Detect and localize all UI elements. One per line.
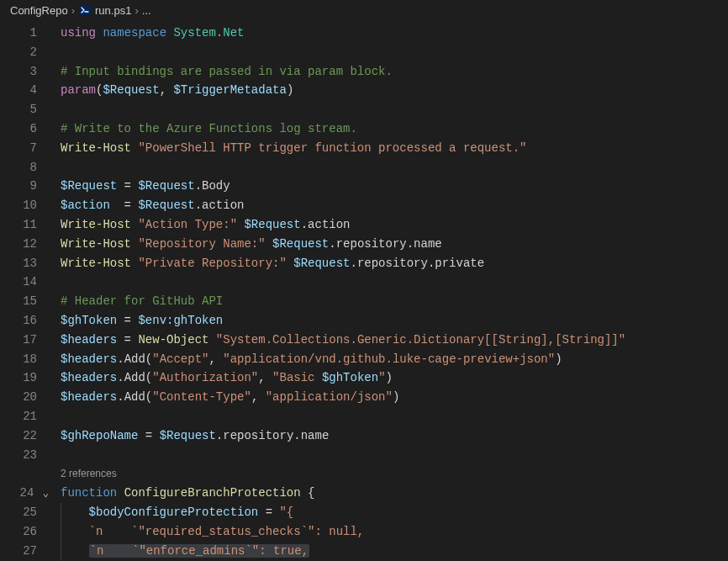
code-line[interactable]: `n `"required_status_checks`": null,: [61, 522, 728, 542]
line-number[interactable]: 8: [0, 158, 52, 177]
code-line[interactable]: function ConfigureBranchProtection {: [61, 484, 728, 503]
code-line[interactable]: $ghToken = $env:ghToken: [61, 311, 728, 331]
code-line[interactable]: `n `"enforce_admins`": true,: [61, 542, 728, 561]
line-number[interactable]: 25: [0, 503, 52, 522]
code-line[interactable]: $bodyConfigureProtection = "{: [61, 503, 728, 522]
line-number[interactable]: 11: [0, 215, 52, 235]
code-line[interactable]: [61, 43, 728, 62]
line-number[interactable]: 10: [0, 196, 52, 215]
chevron-right-icon: ›: [135, 4, 138, 17]
chevron-down-icon[interactable]: ⌄: [41, 488, 49, 500]
line-number[interactable]: 15: [0, 292, 52, 311]
code-line[interactable]: $headers.Add("Authorization", "Basic $gh…: [61, 368, 728, 388]
code-line[interactable]: param($Request, $TriggerMetadata): [61, 81, 728, 100]
line-number[interactable]: 19: [0, 368, 52, 388]
line-number[interactable]: 13: [0, 254, 52, 273]
code-editor[interactable]: 123456789101112131415161718192021222324 …: [0, 20, 728, 561]
line-number[interactable]: 16: [0, 311, 52, 331]
breadcrumb-more[interactable]: ...: [142, 4, 151, 17]
line-number[interactable]: 27: [0, 542, 52, 561]
line-number[interactable]: 4: [0, 81, 52, 100]
code-line[interactable]: [61, 158, 728, 177]
breadcrumb-root[interactable]: ConfigRepo: [10, 4, 68, 17]
line-number[interactable]: 21: [0, 407, 52, 426]
code-line[interactable]: # Write to the Azure Functions log strea…: [61, 119, 728, 139]
line-number[interactable]: 24 ⌄: [0, 484, 52, 503]
code-line[interactable]: using namespace System.Net: [61, 24, 728, 43]
breadcrumb-file[interactable]: run.ps1: [95, 4, 131, 17]
line-number[interactable]: 14: [0, 273, 52, 292]
code-line[interactable]: [61, 100, 728, 119]
codelens-references[interactable]: 2 references: [61, 464, 728, 484]
code-line[interactable]: # Input bindings are passed in via param…: [61, 62, 728, 82]
line-number[interactable]: 5: [0, 100, 52, 119]
code-line[interactable]: $ghRepoName = $Request.repository.name: [61, 426, 728, 446]
line-number[interactable]: 6: [0, 119, 52, 139]
line-number[interactable]: 23: [0, 446, 52, 465]
line-number[interactable]: 22: [0, 426, 52, 446]
code-line[interactable]: [61, 407, 728, 426]
line-number[interactable]: 1: [0, 24, 52, 43]
line-number-gutter[interactable]: 123456789101112131415161718192021222324 …: [0, 20, 52, 561]
breadcrumb[interactable]: ConfigRepo › run.ps1 › ...: [0, 0, 728, 20]
powershell-icon: [78, 3, 92, 17]
chevron-right-icon: ›: [71, 4, 75, 17]
code-line[interactable]: Write-Host "Private Repository:" $Reques…: [61, 254, 728, 273]
line-number[interactable]: 26: [0, 522, 52, 542]
svg-rect-0: [79, 5, 91, 15]
line-number[interactable]: 18: [0, 350, 52, 369]
code-line[interactable]: # Header for GitHub API: [61, 292, 728, 311]
code-line[interactable]: $action = $Request.action: [61, 196, 728, 215]
code-line[interactable]: [61, 273, 728, 292]
code-area[interactable]: using namespace System.Net# Input bindin…: [52, 20, 728, 561]
code-line[interactable]: Write-Host "Action Type:" $Request.actio…: [61, 215, 728, 235]
code-line[interactable]: $headers.Add("Content-Type", "applicatio…: [61, 388, 728, 407]
code-line[interactable]: $Request = $Request.Body: [61, 177, 728, 196]
line-number[interactable]: 2: [0, 43, 52, 62]
line-number[interactable]: 20: [0, 388, 52, 407]
code-line[interactable]: $headers = New-Object "System.Collection…: [61, 331, 728, 350]
line-number[interactable]: 12: [0, 235, 52, 254]
line-number[interactable]: 7: [0, 139, 52, 158]
line-number[interactable]: 3: [0, 62, 52, 82]
code-line[interactable]: [61, 446, 728, 465]
code-line[interactable]: Write-Host "PowerShell HTTP trigger func…: [61, 139, 728, 158]
line-number[interactable]: 17: [0, 331, 52, 350]
code-line[interactable]: $headers.Add("Accept", "application/vnd.…: [61, 350, 728, 369]
line-number[interactable]: 9: [0, 177, 52, 196]
code-line[interactable]: Write-Host "Repository Name:" $Request.r…: [61, 235, 728, 254]
